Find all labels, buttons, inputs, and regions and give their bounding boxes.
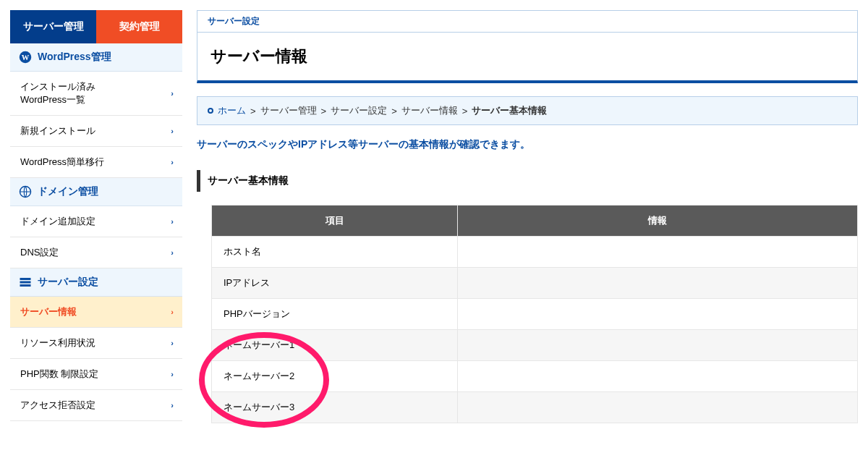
table-cell-val [458, 299, 858, 330]
globe-icon [19, 185, 32, 198]
chevron-right-icon: › [171, 401, 174, 410]
sidebar-section-domain[interactable]: ドメイン管理 [10, 178, 182, 206]
chevron-right-icon: › [171, 217, 174, 226]
sidebar-section-label: WordPress管理 [38, 51, 111, 64]
sidebar-item-label: サーバー情報 [20, 306, 77, 317]
tab-server-admin[interactable]: サーバー管理 [10, 10, 96, 43]
chevron-right-icon: › [171, 339, 174, 347]
sidebar-item-dns-settings[interactable]: DNS設定 › [10, 237, 182, 268]
breadcrumb-item[interactable]: サーバー設定 [331, 104, 387, 117]
table-row: ホスト名 [212, 237, 858, 268]
chevron-right-icon: › [171, 89, 174, 98]
chevron-right-icon: › [171, 158, 174, 166]
breadcrumb-item[interactable]: サーバー情報 [401, 104, 458, 117]
sidebar-item-access-deny[interactable]: アクセス拒否設定 › [10, 390, 182, 421]
sidebar-item-wp-easy-migrate[interactable]: WordPress簡単移行 › [10, 147, 182, 178]
chevron-right-icon: › [171, 248, 174, 257]
sidebar-item-label: WordPress簡単移行 [20, 156, 104, 167]
chevron-right-icon: › [171, 127, 174, 135]
table-cell-key: ネームサーバー2 [212, 361, 458, 392]
sidebar-item-label: インストール済み WordPress一覧 [20, 81, 95, 105]
page-heading: サーバー設定 サーバー情報 [197, 10, 858, 83]
sidebar-item-domain-add[interactable]: ドメイン追加設定 › [10, 206, 182, 237]
table-row: ネームサーバー3 [212, 392, 858, 423]
table-cell-key: PHPバージョン [212, 299, 458, 330]
breadcrumb: ホーム > サーバー管理 > サーバー設定 > サーバー情報 > サーバー基本情… [197, 96, 858, 125]
lead-text: サーバーのスペックやIPアドレス等サーバーの基本情報が確認できます。 [197, 138, 858, 151]
sidebar: サーバー管理 契約管理 W WordPress管理 インストール済み WordP… [10, 10, 182, 423]
sidebar-item-label: 新規インストール [20, 125, 95, 136]
table-cell-val [458, 237, 858, 268]
table-cell-val [458, 392, 858, 423]
table-cell-key: IPアドレス [212, 268, 458, 299]
breadcrumb-item[interactable]: サーバー管理 [260, 104, 317, 117]
main-content: サーバー設定 サーバー情報 ホーム > サーバー管理 > サーバー設定 > サー… [197, 10, 858, 423]
breadcrumb-sep: > [462, 106, 468, 116]
svg-rect-4 [20, 281, 31, 284]
svg-rect-3 [20, 278, 31, 280]
table-row: IPアドレス [212, 268, 858, 299]
table-row: ネームサーバー1 [212, 330, 858, 361]
breadcrumb-sep: > [250, 106, 256, 116]
breadcrumb-home[interactable]: ホーム [218, 104, 246, 117]
server-info-table: 項目 情報 ホスト名IPアドレスPHPバージョンネームサーバー1ネームサーバー2… [211, 205, 858, 423]
sidebar-section-label: ドメイン管理 [38, 185, 98, 198]
breadcrumb-sep: > [321, 106, 327, 116]
breadcrumb-sep: > [391, 106, 397, 116]
chevron-right-icon: › [171, 370, 174, 378]
svg-rect-5 [20, 284, 31, 287]
section-title: サーバー基本情報 [197, 170, 858, 192]
breadcrumb-dot-icon [208, 108, 213, 114]
svg-text:W: W [22, 54, 30, 62]
page-head-category: サーバー設定 [197, 11, 857, 33]
sidebar-item-label: PHP関数 制限設定 [20, 368, 98, 379]
sidebar-item-resource-usage[interactable]: リソース利用状況 › [10, 328, 182, 359]
sidebar-item-wp-new-install[interactable]: 新規インストール › [10, 116, 182, 147]
server-icon [19, 276, 32, 289]
table-cell-val [458, 330, 858, 361]
sidebar-item-label: リソース利用状況 [20, 337, 95, 348]
sidebar-item-wp-installed[interactable]: インストール済み WordPress一覧 › [10, 72, 182, 116]
sidebar-item-php-func-limit[interactable]: PHP関数 制限設定 › [10, 359, 182, 390]
tab-contract-admin[interactable]: 契約管理 [96, 10, 182, 43]
chevron-right-icon: › [171, 308, 174, 316]
breadcrumb-current: サーバー基本情報 [472, 104, 547, 117]
sidebar-item-label: ドメイン追加設定 [20, 216, 95, 226]
table-header-val: 情報 [458, 206, 858, 237]
sidebar-section-server[interactable]: サーバー設定 [10, 268, 182, 297]
sidebar-section-label: サーバー設定 [38, 276, 98, 289]
sidebar-section-wordpress[interactable]: W WordPress管理 [10, 43, 182, 72]
table-header-key: 項目 [212, 206, 458, 237]
table-cell-val [458, 361, 858, 392]
sidebar-tabs: サーバー管理 契約管理 [10, 10, 182, 43]
table-cell-key: ネームサーバー1 [212, 330, 458, 361]
wordpress-icon: W [19, 51, 32, 64]
table-cell-val [458, 268, 858, 299]
table-cell-key: ネームサーバー3 [212, 392, 458, 423]
table-row: PHPバージョン [212, 299, 858, 330]
sidebar-item-server-info[interactable]: サーバー情報 › [10, 297, 182, 328]
page-title: サーバー情報 [197, 33, 857, 80]
sidebar-item-label: アクセス拒否設定 [20, 399, 95, 410]
sidebar-item-label: DNS設定 [20, 247, 59, 258]
table-row: ネームサーバー2 [212, 361, 858, 392]
table-cell-key: ホスト名 [212, 237, 458, 268]
